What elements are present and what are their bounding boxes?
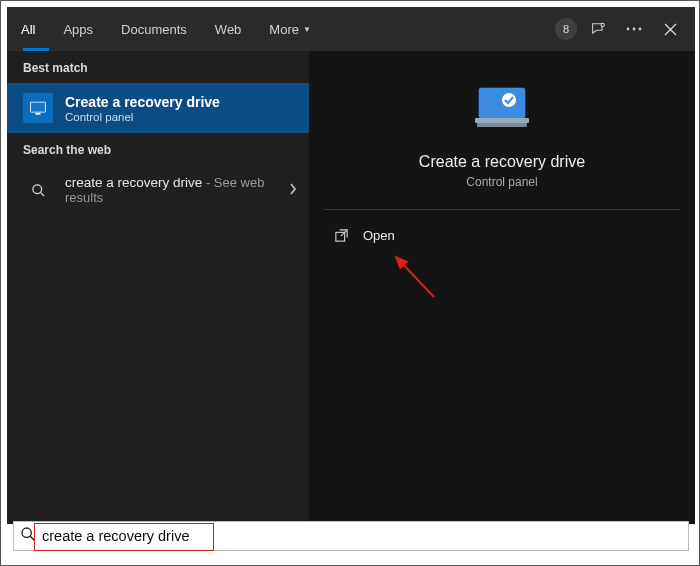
search-icon [23, 183, 53, 198]
web-header: Search the web [7, 133, 309, 165]
filter-tabs: All Apps Documents Web More▼ 8 [7, 7, 695, 51]
tab-label: All [21, 22, 35, 37]
preview-title: Create a recovery drive [419, 153, 585, 171]
svg-rect-6 [31, 102, 46, 112]
more-options-icon[interactable] [619, 14, 649, 44]
header-actions: 8 [555, 14, 695, 44]
open-icon [331, 228, 351, 243]
svg-point-0 [601, 23, 604, 26]
best-match-result[interactable]: Create a recovery drive Control panel [7, 83, 309, 133]
search-bar[interactable] [13, 521, 689, 551]
svg-point-8 [32, 184, 41, 193]
preview-pane: Create a recovery drive Control panel Op… [309, 51, 695, 524]
svg-point-12 [502, 93, 516, 107]
tab-label: More [269, 22, 299, 37]
tab-label: Apps [63, 22, 93, 37]
results-pane: Best match Create a recovery drive Contr… [7, 51, 309, 524]
rewards-badge[interactable]: 8 [555, 18, 577, 40]
close-icon[interactable] [655, 14, 685, 44]
feedback-icon[interactable] [583, 14, 613, 44]
tab-documents[interactable]: Documents [107, 7, 201, 51]
tab-label: Documents [121, 22, 187, 37]
search-input[interactable] [42, 528, 682, 544]
actions-list: Open [309, 210, 695, 261]
open-label: Open [363, 228, 395, 243]
preview-subtitle: Control panel [466, 175, 537, 189]
chevron-right-icon [289, 183, 297, 198]
svg-line-9 [40, 192, 44, 196]
tab-apps[interactable]: Apps [49, 7, 107, 51]
svg-line-16 [340, 230, 346, 236]
svg-rect-14 [477, 123, 527, 127]
svg-line-19 [30, 536, 34, 540]
open-action[interactable]: Open [331, 224, 673, 247]
web-result[interactable]: create a recovery drive - See web result… [7, 165, 309, 215]
caret-down-icon: ▼ [303, 25, 311, 34]
best-match-header: Best match [7, 51, 309, 83]
search-icon [20, 526, 36, 546]
svg-point-1 [627, 28, 630, 31]
recovery-drive-icon [462, 79, 542, 139]
best-match-text: Create a recovery drive Control panel [65, 94, 220, 123]
svg-rect-11 [479, 88, 525, 118]
panel-body: Best match Create a recovery drive Contr… [7, 51, 695, 524]
search-panel: All Apps Documents Web More▼ 8 Best matc… [7, 7, 695, 524]
tab-label: Web [215, 22, 242, 37]
badge-count: 8 [563, 23, 569, 35]
tab-web[interactable]: Web [201, 7, 256, 51]
svg-point-2 [633, 28, 636, 31]
svg-rect-13 [475, 118, 529, 123]
window: All Apps Documents Web More▼ 8 Best matc… [0, 0, 700, 566]
svg-point-3 [639, 28, 642, 31]
tab-more[interactable]: More▼ [255, 7, 325, 51]
svg-point-18 [22, 528, 31, 537]
control-panel-icon [23, 93, 53, 123]
web-result-text: create a recovery drive - See web result… [65, 175, 275, 205]
web-query: create a recovery drive [65, 175, 202, 190]
svg-rect-7 [36, 113, 41, 115]
tab-all[interactable]: All [7, 7, 49, 51]
best-match-subtitle: Control panel [65, 111, 220, 123]
best-match-title: Create a recovery drive [65, 94, 220, 110]
